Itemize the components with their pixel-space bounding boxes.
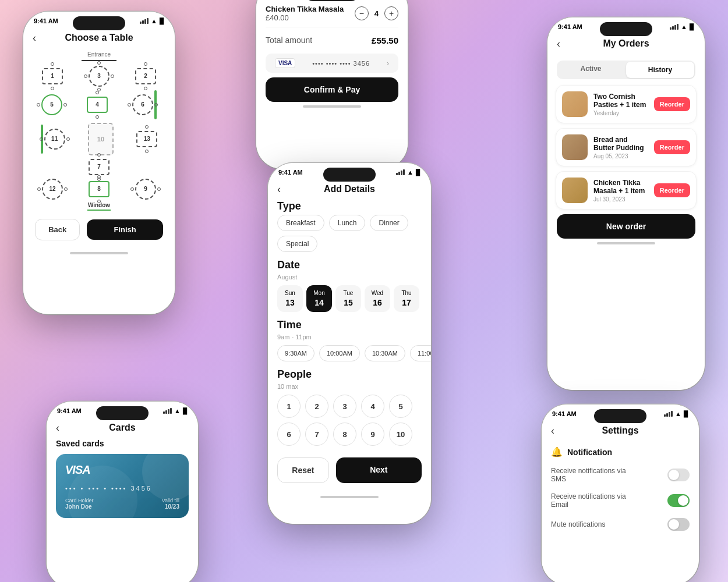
reorder-button-2[interactable]: Reorder [654, 140, 690, 154]
window-underline [87, 210, 111, 211]
chair-icon [96, 115, 99, 119]
next-button[interactable]: Next [336, 457, 422, 483]
reset-button[interactable]: Reset [277, 457, 329, 483]
finish-button[interactable]: Finish [87, 219, 163, 240]
back-chevron-icon-4[interactable]: ‹ [277, 183, 281, 196]
table-item-10[interactable]: 10 [88, 123, 114, 155]
phone-my-orders: 9:41 AM ▲ ▉ ‹ My Orders Active History T… [547, 17, 705, 390]
back-chevron-icon-5[interactable]: ‹ [56, 422, 59, 434]
mute-toggle[interactable] [667, 518, 690, 531]
tab-history[interactable]: History [626, 62, 694, 78]
qty-value: 4 [374, 9, 379, 18]
people-4[interactable]: 4 [361, 395, 384, 418]
time-1100[interactable]: 11:00AM [410, 345, 431, 361]
order-image-1 [562, 91, 588, 117]
chair-icon [84, 74, 87, 78]
dynamic-island-3 [600, 22, 652, 36]
reorder-button-3[interactable]: Reorder [654, 183, 690, 197]
table-item-3[interactable]: 3 [89, 66, 109, 87]
page-title-details: Add Details [324, 184, 375, 194]
status-time-6: 9:41 AM [552, 410, 577, 417]
phone-payment: 9:41 AM ▲ ▉ Chicken Tikka Masala £40.00 … [256, 0, 408, 169]
wifi-icon-3: ▲ [681, 23, 687, 30]
table-row-5: 12 8 9 [29, 179, 169, 200]
people-2[interactable]: 2 [305, 395, 328, 418]
table-item-6[interactable]: 6 [132, 94, 153, 115]
settings-sms-row: Receive notifications via SMS [551, 462, 690, 488]
type-section-title: Type [268, 200, 431, 215]
total-value: £55.50 [372, 36, 398, 45]
people-1[interactable]: 1 [277, 395, 301, 418]
new-order-button[interactable]: New order [557, 214, 695, 239]
table-item-11[interactable]: 11 [44, 129, 65, 150]
signal-icon-3 [670, 24, 678, 30]
valid-date: 10/23 [162, 503, 179, 510]
back-button[interactable]: Back [35, 219, 80, 240]
mute-label: Mute notifications [551, 520, 605, 528]
pill-lunch[interactable]: Lunch [329, 215, 366, 231]
time-subtitle: 9am - 11pm [268, 333, 431, 345]
qty-minus-button[interactable]: − [355, 6, 369, 20]
date-thu[interactable]: Thu 17 [394, 285, 419, 312]
signal-icon-4 [396, 169, 405, 175]
page-title-settings: Settings [602, 425, 638, 436]
signal-icon [140, 18, 149, 24]
pill-special[interactable]: Special [277, 236, 317, 252]
time-selector: 9:30AM 10:00AM 10:30AM 11:00AM [268, 345, 431, 368]
chair-icon [97, 153, 101, 157]
table-item-7[interactable]: 7 [89, 159, 109, 175]
confirm-pay-button[interactable]: Confirm & Pay [266, 77, 398, 102]
people-subtitle: 10 max [268, 383, 431, 395]
battery-icon-3: ▉ [690, 24, 694, 30]
divider [266, 27, 398, 27]
chair-icon [157, 187, 161, 191]
card-number: ••• • ••• • •••• 3456 [65, 485, 179, 492]
back-chevron-icon-6[interactable]: ‹ [551, 425, 554, 437]
qty-plus-button[interactable]: + [384, 6, 398, 20]
people-8[interactable]: 8 [333, 423, 356, 446]
order-name-2: Bread and Butter Pudding [593, 136, 648, 152]
battery-icon: ▉ [160, 18, 164, 24]
email-toggle[interactable] [667, 494, 690, 507]
time-1000[interactable]: 10:00AM [319, 345, 360, 361]
people-9[interactable]: 9 [361, 423, 384, 446]
payment-card-row[interactable]: VISA •••• •••• •••• 3456 › [266, 54, 398, 73]
people-5[interactable]: 5 [389, 395, 412, 418]
visa-logo: VISA [65, 463, 179, 477]
status-time-3: 9:41 AM [558, 23, 582, 30]
people-7[interactable]: 7 [305, 423, 328, 446]
table-item-1[interactable]: 1 [42, 68, 63, 84]
table-item-5[interactable]: 5 [41, 94, 62, 115]
time-1030[interactable]: 10:30AM [365, 345, 405, 361]
sms-toggle[interactable] [667, 469, 690, 481]
time-930[interactable]: 9:30AM [277, 345, 314, 361]
battery-icon-4: ▉ [416, 169, 420, 176]
table-item-8[interactable]: 8 [89, 181, 109, 197]
chair-icon [145, 150, 149, 153]
date-tue[interactable]: Tue 15 [335, 285, 361, 312]
date-wed[interactable]: Wed 16 [365, 285, 390, 312]
date-mon[interactable]: Mon 14 [306, 285, 332, 312]
visa-card: VISA ••• • ••• • •••• 3456 Card Holder J… [56, 454, 189, 518]
table-item-9[interactable]: 9 [135, 179, 156, 200]
pill-dinner[interactable]: Dinner [370, 215, 408, 231]
tab-active[interactable]: Active [557, 61, 625, 79]
chevron-right-icon: › [387, 59, 389, 68]
valid-label: Valid till [162, 498, 179, 503]
people-6[interactable]: 6 [277, 423, 301, 446]
pill-breakfast[interactable]: Breakfast [277, 215, 324, 231]
chair-icon [145, 125, 149, 129]
chair-icon [97, 61, 101, 65]
table-item-13[interactable]: 13 [136, 131, 157, 147]
back-chevron-icon[interactable]: ‹ [33, 32, 36, 44]
reorder-button-1[interactable]: Reorder [654, 97, 690, 111]
date-sun[interactable]: Sun 13 [277, 285, 303, 312]
battery-icon-6: ▉ [684, 411, 688, 417]
people-3[interactable]: 3 [333, 395, 356, 418]
table-item-2[interactable]: 2 [135, 68, 156, 84]
table-item-12[interactable]: 12 [42, 179, 63, 200]
visa-badge: VISA [275, 58, 295, 68]
back-chevron-icon-3[interactable]: ‹ [557, 38, 560, 50]
people-10[interactable]: 10 [389, 423, 412, 446]
table-item-4[interactable]: 4 [87, 97, 108, 113]
